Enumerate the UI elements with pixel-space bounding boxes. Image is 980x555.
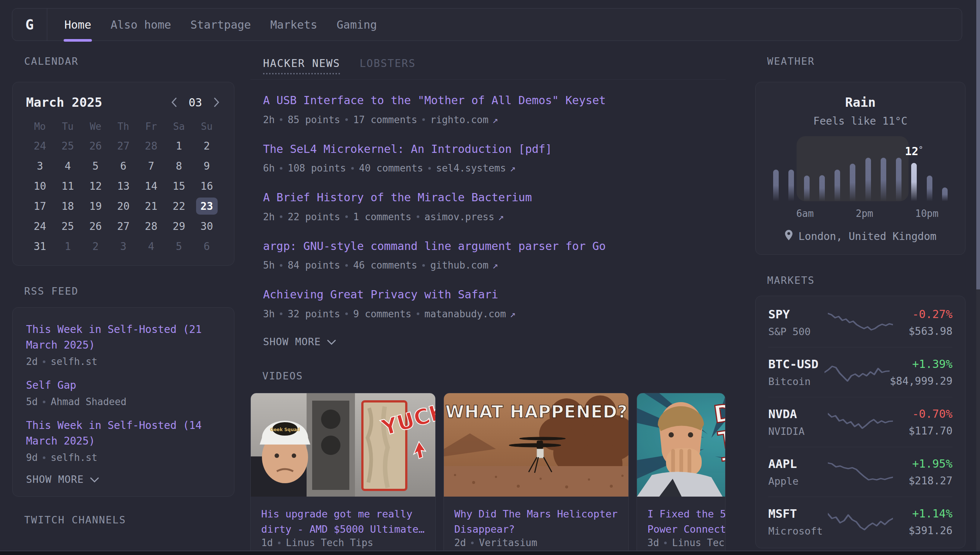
- market-right: +1.39%$84,999.29: [890, 358, 953, 387]
- weather-time-label: [783, 208, 797, 219]
- weather-bar: [896, 158, 901, 201]
- news-item-source: github.com↗: [430, 260, 498, 271]
- navbar: G HomeAlso homeStartpageMarketsGaming: [12, 8, 962, 41]
- rss-item-source: selfh.st: [51, 356, 97, 367]
- news-item-source-link[interactable]: sel4.systems: [436, 162, 506, 174]
- market-row[interactable]: BTC-USDBitcoin+1.39%$84,999.29: [768, 347, 953, 397]
- rss-item-title[interactable]: This Week in Self-Hosted (14 March 2025): [26, 418, 221, 449]
- news-tab-lobsters[interactable]: LOBSTERS: [359, 57, 415, 69]
- dot-separator: [345, 118, 348, 121]
- video-card[interactable]: WHAT HAPPENED? Why Did The Mars Helicopt…: [443, 393, 629, 555]
- news-item-title[interactable]: argp: GNU-style command line argument pa…: [263, 239, 725, 254]
- calendar-next-icon[interactable]: [212, 97, 221, 108]
- video-thumbnail-image: YUCK Geek Squad: [251, 393, 435, 497]
- weather-bar-slot: [845, 136, 860, 201]
- rss-show-more-button[interactable]: SHOW MORE: [26, 473, 221, 485]
- market-sparkline: [828, 309, 893, 336]
- calendar-day: 12: [85, 177, 106, 194]
- news-item-source-link[interactable]: github.com: [430, 260, 489, 271]
- nav-tab-markets[interactable]: Markets: [270, 8, 317, 40]
- calendar-prev-icon[interactable]: [170, 97, 178, 108]
- video-card[interactable]: YUCK Geek Squad His upgrade got me reall…: [250, 393, 436, 555]
- calendar-day: 10: [29, 177, 51, 194]
- weather-feels-like: Feels like 11°C: [768, 115, 953, 127]
- calendar-day-selected: 23: [196, 197, 218, 215]
- calendar-weekday: Mo: [34, 121, 46, 132]
- market-sparkline: [828, 508, 893, 536]
- calendar-day: 1: [57, 238, 79, 255]
- news-tab-hacker-news[interactable]: HACKER NEWS: [263, 57, 340, 69]
- rss-show-more-label: SHOW MORE: [26, 473, 84, 485]
- news-item-title[interactable]: A USB Interface to the "Mother of All De…: [263, 93, 725, 108]
- rss-item-title[interactable]: Self Gap: [26, 378, 221, 393]
- market-row[interactable]: NVDANVIDIA-0.70%$117.70: [768, 397, 953, 447]
- market-sparkline: [828, 409, 893, 436]
- news-item-meta: 5h84 points46 commentsgithub.com↗: [263, 260, 725, 271]
- calendar-weekday-row: MoTuWeThFrSaSu: [26, 121, 221, 137]
- news-item-title[interactable]: Achieving Great Privacy with Safari: [263, 287, 725, 302]
- weather-bar-current: [911, 163, 917, 201]
- calendar-weekday: Tu: [62, 121, 73, 132]
- rss-item-meta: 2dselfh.st: [26, 356, 221, 367]
- dot-separator: [471, 542, 474, 544]
- calendar-weekday: We: [90, 121, 101, 132]
- dot-separator: [345, 215, 348, 218]
- dot-separator: [664, 542, 667, 544]
- weather-bar-slot: [922, 136, 937, 201]
- market-row[interactable]: AAPLApple+1.95%$218.27: [768, 447, 953, 497]
- weather-bar-slot: [830, 136, 845, 201]
- weather-section-header: WEATHER: [755, 56, 966, 67]
- external-link-icon: ↗: [510, 162, 516, 174]
- dot-separator: [43, 401, 45, 403]
- news-list: A USB Interface to the "Mother of All De…: [250, 93, 725, 319]
- video-channel: Linus Tec: [672, 537, 724, 548]
- dot-separator: [278, 542, 281, 544]
- dot-separator: [280, 215, 282, 218]
- calendar-day-grid: 2425262728123456789101112131415161718192…: [26, 137, 221, 255]
- dot-separator: [280, 264, 282, 267]
- rss-list: This Week in Self-Hosted (21 March 2025)…: [26, 322, 221, 463]
- news-item-source-link[interactable]: asimov.press: [425, 211, 494, 223]
- video-card-body: Why Did The Mars Helicopter Disappear?2d…: [444, 497, 629, 555]
- market-row[interactable]: SPYS&P 500-0.27%$563.98: [768, 298, 953, 347]
- weather-bar: [804, 176, 810, 201]
- news-show-more-button[interactable]: SHOW MORE: [263, 336, 725, 347]
- calendar-month-number: 03: [189, 96, 202, 109]
- market-price: $391.26: [893, 525, 953, 537]
- video-card[interactable]: DO TH T I Fixed the 5 Power Connect3dLin…: [637, 393, 725, 555]
- market-price: $218.27: [893, 475, 953, 487]
- calendar-day: 19: [85, 197, 106, 215]
- rss-item-title[interactable]: This Week in Self-Hosted (21 March 2025): [26, 322, 221, 353]
- calendar-day: 14: [140, 177, 162, 194]
- weather-location: London, United Kingdom: [799, 230, 937, 242]
- scrollbar-thumb[interactable]: [976, 0, 980, 289]
- news-item-title[interactable]: The SeL4 Microkernel: An Introduction [p…: [263, 142, 725, 157]
- market-row[interactable]: MSFTMicrosoft+1.14%$391.26: [768, 497, 953, 547]
- video-thumbnail: YUCK Geek Squad: [251, 393, 435, 497]
- news-item-source-link[interactable]: matanabudy.com: [425, 308, 506, 319]
- news-item-title[interactable]: A Brief History of the Miracle Bacterium: [263, 190, 725, 205]
- calendar-header-row: March 2025 03: [26, 95, 221, 110]
- nav-tab-home[interactable]: Home: [64, 8, 91, 40]
- nav-tab-gaming[interactable]: Gaming: [337, 8, 377, 40]
- nav-tab-also-home[interactable]: Also home: [111, 8, 171, 40]
- right-column: WEATHER Rain Feels like 11°C 12° 6am2pm1…: [755, 56, 966, 548]
- market-name: Microsoft: [768, 525, 828, 537]
- news-item-meta: 3h32 points9 commentsmatanabudy.com↗: [263, 308, 725, 319]
- news-item-source-link[interactable]: righto.com: [430, 114, 489, 125]
- video-card-body: His upgrade got me really dirty - AMD $5…: [251, 497, 435, 555]
- calendar-day: 5: [168, 238, 190, 255]
- market-ticker: BTC-USD: [768, 357, 824, 371]
- video-thumbnail: WHAT HAPPENED?: [444, 393, 629, 497]
- videos-section-header: VIDEOS: [250, 371, 725, 382]
- weather-bar-slot: [799, 136, 815, 201]
- weather-bar-slot: [876, 136, 891, 201]
- calendar-day: 20: [112, 197, 134, 215]
- calendar-day: 31: [29, 238, 51, 255]
- calendar-weekday: Fr: [146, 121, 157, 132]
- nav-tab-startpage[interactable]: Startpage: [191, 8, 251, 40]
- video-meta: 2dVeritasium: [454, 537, 618, 548]
- calendar-day: 2: [196, 137, 218, 154]
- weather-card: Rain Feels like 11°C 12° 6am2pm10pm Lond…: [755, 82, 966, 255]
- market-right: +1.14%$391.26: [893, 507, 953, 537]
